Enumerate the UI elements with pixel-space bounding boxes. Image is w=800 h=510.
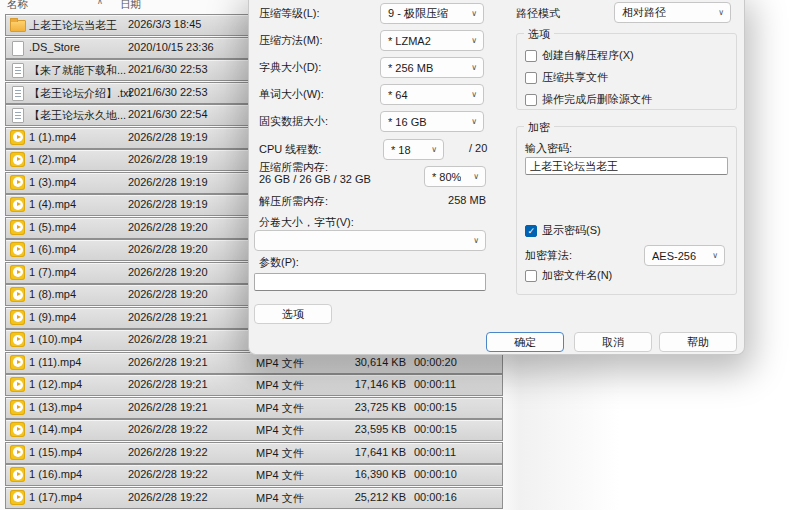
word-size-label: 单词大小(W): [259, 87, 324, 102]
cancel-button[interactable]: 取消 [574, 332, 652, 352]
memory-usage-value: * 80% [432, 171, 461, 183]
compress-shared-checkbox-row[interactable]: 压缩共享文件 [525, 70, 608, 85]
cpu-threads-label: CPU 线程数: [259, 142, 321, 157]
checkbox-unchecked-icon[interactable] [525, 270, 537, 282]
split-volumes-combo[interactable]: ∨ [254, 230, 486, 251]
memory-usage-select[interactable]: * 80%∨ [424, 166, 486, 187]
column-header-name[interactable]: 名称 [7, 0, 28, 12]
checkbox-checked-icon[interactable] [525, 225, 537, 237]
file-name: 1 (12).mp4 [29, 378, 82, 390]
video-file-icon [10, 175, 25, 190]
compression-level-value: 9 - 极限压缩 [388, 6, 448, 21]
file-row[interactable]: 1 (15).mp42026/2/28 19:22MP4 文件17,641 KB… [5, 442, 503, 464]
video-file-icon [10, 197, 25, 212]
video-file-icon [10, 445, 25, 460]
help-button[interactable]: 帮助 [659, 332, 737, 352]
encryption-method-label: 加密算法: [525, 248, 572, 263]
sort-ascending-icon: ∧ [97, 0, 103, 6]
delete-after-checkbox-row[interactable]: 操作完成后删除源文件 [525, 92, 652, 107]
file-date: 2026/2/28 19:20 [128, 243, 208, 255]
compression-level-label: 压缩等级(L): [259, 6, 320, 21]
solid-block-size-select[interactable]: * 16 GB∨ [380, 111, 484, 132]
path-mode-select[interactable]: 相对路径∨ [614, 2, 731, 23]
video-file-icon [10, 422, 25, 437]
compress-shared-label: 压缩共享文件 [542, 70, 608, 85]
explorer-window: 名称 ∧ 日期 上老王论坛当老王2026/3/3 18:45.DS_Store2… [0, 0, 800, 510]
file-date: 2026/2/28 19:22 [128, 423, 208, 435]
video-icon-play [17, 202, 21, 206]
encryption-group-title: 加密 [524, 120, 554, 135]
file-length: 00:00:20 [414, 356, 457, 368]
compression-method-select[interactable]: * LZMA2∨ [380, 30, 484, 51]
options-button[interactable]: 选项 [254, 304, 332, 324]
file-date: 2021/6/30 22:53 [128, 63, 208, 75]
memory-decompress-value: 258 MB [399, 194, 486, 206]
file-row[interactable]: 1 (16).mp42026/2/28 19:22MP4 文件16,390 KB… [5, 464, 503, 486]
file-row[interactable]: 1 (14).mp42026/2/28 19:22MP4 文件23,595 KB… [5, 419, 503, 441]
checkbox-unchecked-icon[interactable] [525, 50, 537, 62]
column-header-date[interactable]: 日期 [120, 0, 141, 12]
file-row[interactable]: 1 (12).mp42026/2/28 19:21MP4 文件17,146 KB… [5, 374, 503, 396]
ok-button[interactable]: 确定 [486, 332, 564, 352]
dictionary-size-select[interactable]: * 256 MB∨ [380, 57, 484, 78]
file-size: 17,146 KB [326, 378, 406, 390]
folder-icon [10, 20, 26, 32]
cpu-threads-select[interactable]: * 18∨ [383, 139, 444, 160]
file-type: MP4 文件 [256, 423, 304, 438]
video-icon-play [17, 292, 21, 296]
file-date: 2026/2/28 19:21 [128, 333, 208, 345]
show-password-checkbox-row[interactable]: 显示密码(S) [525, 223, 601, 238]
file-name: 【来了就能下载和... [29, 63, 126, 78]
file-icon [12, 41, 24, 56]
video-file-icon [10, 355, 25, 370]
encrypt-names-checkbox-row[interactable]: 加密文件名(N) [525, 268, 612, 283]
video-icon-play [17, 225, 21, 229]
chevron-down-icon: ∨ [471, 63, 477, 72]
options-group-title: 选项 [524, 27, 554, 42]
file-row[interactable]: 1 (17).mp42026/2/28 19:22MP4 文件25,212 KB… [5, 487, 503, 509]
file-date: 2026/2/28 19:19 [128, 176, 208, 188]
file-date: 2026/2/28 19:21 [128, 401, 208, 413]
file-type: MP4 文件 [256, 468, 304, 483]
file-date: 2021/6/30 22:53 [128, 86, 208, 98]
checkbox-unchecked-icon[interactable] [525, 94, 537, 106]
video-file-icon [10, 490, 25, 505]
chevron-down-icon: ∨ [712, 251, 718, 260]
file-row[interactable]: 1 (13).mp42026/2/28 19:21MP4 文件23,725 KB… [5, 397, 503, 419]
video-file-icon [10, 220, 25, 235]
checkbox-unchecked-icon[interactable] [525, 72, 537, 84]
memory-compress-detail: 26 GB / 26 GB / 32 GB [259, 173, 371, 185]
video-file-icon [10, 152, 25, 167]
word-size-select[interactable]: * 64∨ [380, 84, 484, 105]
file-size: 16,390 KB [326, 468, 406, 480]
file-length: 00:00:15 [414, 401, 457, 413]
video-icon-play [17, 157, 21, 161]
parameters-input[interactable] [254, 273, 486, 291]
file-name: 上老王论坛当老王 [29, 18, 117, 33]
file-name: .DS_Store [29, 41, 80, 53]
file-name: 1 (15).mp4 [29, 446, 82, 458]
dictionary-size-label: 字典大小(D): [259, 60, 321, 75]
enter-password-label: 输入密码: [525, 141, 572, 156]
file-length: 00:00:16 [414, 491, 457, 503]
file-name: 1 (5).mp4 [29, 221, 76, 233]
password-input[interactable] [525, 157, 728, 175]
chevron-down-icon: ∨ [471, 90, 477, 99]
file-name: 1 (2).mp4 [29, 153, 76, 165]
chevron-down-icon: ∨ [471, 9, 477, 18]
file-date: 2026/2/28 19:19 [128, 131, 208, 143]
file-type: MP4 文件 [256, 356, 304, 371]
video-file-icon [10, 377, 25, 392]
file-name: 1 (3).mp4 [29, 176, 76, 188]
create-sfx-checkbox-row[interactable]: 创建自解压程序(X) [525, 48, 634, 63]
file-date: 2026/2/28 19:20 [128, 266, 208, 278]
video-file-icon [10, 400, 25, 415]
video-file-icon [10, 287, 25, 302]
compression-method-value: * LZMA2 [388, 35, 431, 47]
encryption-method-select[interactable]: AES-256∨ [644, 245, 725, 266]
video-icon-play [17, 337, 21, 341]
video-icon-play [17, 427, 21, 431]
compression-level-select[interactable]: 9 - 极限压缩∨ [380, 3, 484, 24]
split-volumes-label: 分卷大小，字节(V): [259, 215, 354, 230]
video-file-icon [10, 130, 25, 145]
